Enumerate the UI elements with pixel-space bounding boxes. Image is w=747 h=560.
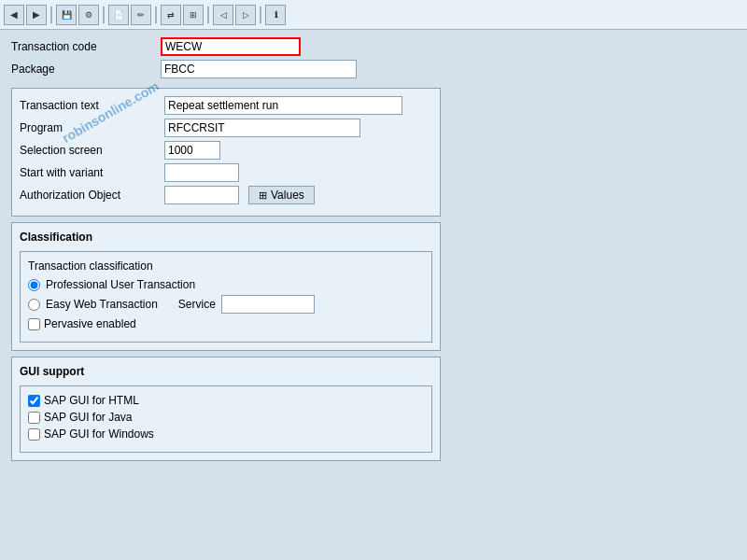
save-icon[interactable]: 💾 bbox=[56, 5, 77, 25]
info-icon[interactable]: ℹ bbox=[265, 5, 286, 25]
classification-panel: Classification Transaction classificatio… bbox=[11, 222, 441, 351]
shortcut-icon[interactable]: ⚙ bbox=[78, 5, 99, 25]
transaction-classification-title: Transaction classification bbox=[28, 259, 424, 273]
package-label: Package bbox=[11, 63, 161, 76]
pervasive-label: Pervasive enabled bbox=[44, 317, 136, 330]
transaction-code-input[interactable] bbox=[161, 37, 301, 56]
selection-screen-row: Selection screen bbox=[20, 141, 432, 160]
gui-html-row: SAP GUI for HTML bbox=[28, 394, 424, 407]
transaction-text-label: Transaction text bbox=[20, 99, 164, 112]
easy-web-label: Easy Web Transaction bbox=[46, 298, 158, 311]
values-button[interactable]: ⊞ Values bbox=[248, 186, 315, 204]
table-icon[interactable]: ⊞ bbox=[183, 5, 204, 25]
professional-user-row: Professional User Transaction bbox=[28, 278, 424, 291]
start-with-variant-row: Start with variant bbox=[20, 163, 432, 182]
program-row: Program bbox=[20, 119, 432, 137]
gui-java-row: SAP GUI for Java bbox=[28, 411, 424, 424]
start-with-variant-input[interactable] bbox=[164, 163, 239, 182]
gui-html-checkbox[interactable] bbox=[28, 395, 40, 407]
separator-3 bbox=[155, 7, 157, 23]
main-form-panel: Transaction text Program Selection scree… bbox=[11, 88, 441, 217]
gui-support-title: GUI support bbox=[20, 365, 432, 378]
main-content: robinsonline.com Transaction code Packag… bbox=[0, 30, 747, 469]
professional-user-label: Professional User Transaction bbox=[46, 278, 195, 291]
edit-icon[interactable]: ✏ bbox=[131, 5, 151, 25]
transaction-code-row: Transaction code bbox=[11, 37, 736, 56]
transaction-code-label: Transaction code bbox=[11, 40, 161, 53]
classification-title: Classification bbox=[20, 231, 432, 244]
transaction-text-row: Transaction text bbox=[20, 96, 432, 115]
display-icon[interactable]: 📄 bbox=[108, 5, 129, 25]
gui-support-inner: SAP GUI for HTML SAP GUI for Java SAP GU… bbox=[20, 385, 432, 453]
selection-screen-input[interactable] bbox=[164, 141, 220, 160]
back-button[interactable]: ◀ bbox=[4, 5, 24, 25]
values-icon: ⊞ bbox=[259, 189, 267, 202]
forward-button[interactable]: ▶ bbox=[26, 5, 47, 25]
program-label: Program bbox=[20, 121, 164, 134]
gui-java-label: SAP GUI for Java bbox=[44, 411, 132, 424]
values-button-label: Values bbox=[271, 189, 304, 202]
selection-screen-label: Selection screen bbox=[20, 144, 164, 157]
toolbar: ◀ ▶ 💾 ⚙ 📄 ✏ ⇄ ⊞ ◁ ▷ ℹ bbox=[0, 0, 747, 30]
gui-windows-label: SAP GUI for Windows bbox=[44, 427, 154, 441]
transaction-text-input[interactable] bbox=[164, 96, 402, 115]
start-with-variant-label: Start with variant bbox=[20, 166, 164, 179]
program-input[interactable] bbox=[164, 119, 360, 137]
package-input[interactable] bbox=[161, 60, 357, 78]
separator-4 bbox=[207, 7, 209, 23]
separator-5 bbox=[260, 7, 261, 23]
transaction-classification-panel: Transaction classification Professional … bbox=[20, 251, 432, 343]
gui-java-checkbox[interactable] bbox=[28, 412, 40, 424]
next-icon[interactable]: ▷ bbox=[235, 5, 256, 25]
package-row: Package bbox=[11, 60, 736, 78]
gui-windows-row: SAP GUI for Windows bbox=[28, 427, 424, 441]
gui-html-label: SAP GUI for HTML bbox=[44, 394, 139, 407]
authorization-object-label: Authorization Object bbox=[20, 189, 164, 202]
service-input[interactable] bbox=[221, 295, 315, 314]
pervasive-row: Pervasive enabled bbox=[28, 317, 424, 330]
gui-support-panel: GUI support SAP GUI for HTML SAP GUI for… bbox=[11, 357, 441, 461]
move-icon[interactable]: ⇄ bbox=[161, 5, 181, 25]
separator-2 bbox=[103, 7, 105, 23]
easy-web-row: Easy Web Transaction Service bbox=[28, 295, 424, 314]
professional-user-radio[interactable] bbox=[28, 279, 40, 291]
separator-1 bbox=[50, 7, 52, 23]
pervasive-checkbox[interactable] bbox=[28, 318, 40, 330]
service-label: Service bbox=[178, 298, 216, 311]
authorization-object-row: Authorization Object ⊞ Values bbox=[20, 186, 432, 204]
gui-windows-checkbox[interactable] bbox=[28, 428, 40, 441]
prev-icon[interactable]: ◁ bbox=[213, 5, 233, 25]
authorization-object-input[interactable] bbox=[164, 186, 239, 204]
easy-web-radio[interactable] bbox=[28, 299, 40, 311]
